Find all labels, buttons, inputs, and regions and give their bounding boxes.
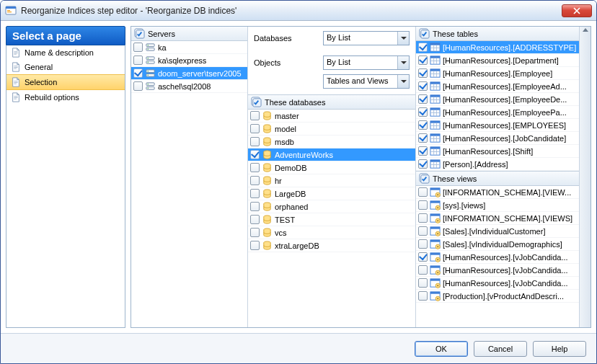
- database-row[interactable]: vcs: [248, 226, 415, 239]
- database-row[interactable]: AdventureWorks: [248, 148, 415, 161]
- checkbox[interactable]: [418, 213, 428, 223]
- table-row[interactable]: [HumanResources].[EmployeeAd...: [416, 80, 579, 93]
- checkbox[interactable]: [250, 163, 260, 172]
- databases-label: Databases: [254, 34, 319, 43]
- table-row[interactable]: [HumanResources].[Employee]: [416, 67, 579, 80]
- chevron-down-icon: [397, 32, 409, 45]
- checkbox[interactable]: [250, 137, 260, 146]
- checkbox[interactable]: [250, 150, 260, 159]
- objects-combo[interactable]: By List: [323, 56, 410, 70]
- item-label: [Person].[Address]: [443, 160, 508, 169]
- table-row[interactable]: [HumanResources].[JobCandidate]: [416, 132, 579, 145]
- checkbox[interactable]: [418, 81, 428, 91]
- ic-view-icon: [430, 239, 441, 249]
- right-main: These tables [HumanResources].[ADDRESSTY…: [416, 27, 579, 327]
- database-row[interactable]: LargeDB: [248, 187, 415, 200]
- checkbox[interactable]: [418, 187, 428, 197]
- ic-tbl-icon: [430, 68, 441, 79]
- checkbox[interactable]: [418, 226, 428, 236]
- item-label: LargeDB: [275, 190, 306, 198]
- view-row[interactable]: [HumanResources].[vJobCandida...: [416, 264, 579, 277]
- help-button[interactable]: Help: [533, 341, 586, 357]
- table-row[interactable]: [HumanResources].[EmployeePa...: [416, 106, 579, 119]
- checkbox[interactable]: [418, 265, 428, 275]
- checkbox[interactable]: [133, 43, 143, 52]
- titlebar[interactable]: Reorganize Indices step editor - 'Reorga…: [1, 1, 596, 21]
- view-row[interactable]: [HumanResources].[vJobCandida...: [416, 251, 579, 264]
- ic-tbl-icon: [430, 42, 441, 53]
- cancel-button[interactable]: Cancel: [474, 341, 527, 357]
- checkbox[interactable]: [418, 200, 428, 210]
- view-row[interactable]: [sys].[views]: [416, 199, 579, 212]
- item-label: [HumanResources].[vJobCandida...: [443, 266, 568, 275]
- checkbox[interactable]: [418, 43, 428, 52]
- database-row[interactable]: master: [248, 110, 415, 123]
- checkbox[interactable]: [250, 176, 260, 185]
- database-row[interactable]: DemoDB: [248, 161, 415, 174]
- view-row[interactable]: [INFORMATION_SCHEMA].[VIEW...: [416, 186, 579, 199]
- checkbox[interactable]: [250, 241, 260, 250]
- view-row[interactable]: [INFORMATION_SCHEMA].[VIEWS]: [416, 212, 579, 225]
- checkbox[interactable]: [418, 291, 428, 301]
- server-row[interactable]: ka: [131, 41, 247, 54]
- checkbox[interactable]: [418, 107, 428, 117]
- table-row[interactable]: [HumanResources].[Department]: [416, 54, 579, 67]
- database-row[interactable]: xtraLargeDB: [248, 239, 415, 252]
- checkbox[interactable]: [250, 189, 260, 198]
- check3-icon: [251, 97, 262, 107]
- close-button[interactable]: [562, 4, 592, 17]
- checkbox[interactable]: [418, 133, 428, 143]
- server-row[interactable]: aschel\sql2008: [131, 80, 247, 93]
- table-row[interactable]: [HumanResources].[EMPLOYEES]: [416, 119, 579, 132]
- checkbox[interactable]: [133, 81, 143, 91]
- checkbox[interactable]: [250, 124, 260, 133]
- checkbox[interactable]: [250, 215, 260, 224]
- checkbox[interactable]: [418, 56, 428, 65]
- checkbox[interactable]: [133, 56, 143, 65]
- checkbox[interactable]: [418, 278, 428, 288]
- checkbox[interactable]: [418, 146, 428, 156]
- view-row[interactable]: [Sales].[vIndividualDemographics]: [416, 238, 579, 251]
- database-row[interactable]: orphaned: [248, 200, 415, 213]
- ok-button[interactable]: OK: [415, 341, 468, 357]
- ic-db-icon: [262, 188, 273, 199]
- checkbox[interactable]: [250, 228, 260, 237]
- view-row[interactable]: [Sales].[vIndividualCustomer]: [416, 225, 579, 238]
- checkbox[interactable]: [133, 68, 143, 78]
- checkbox[interactable]: [418, 159, 428, 169]
- table-row[interactable]: [HumanResources].[EmployeeDe...: [416, 93, 579, 106]
- checkbox[interactable]: [250, 202, 260, 211]
- checkbox[interactable]: [418, 252, 428, 262]
- checkbox[interactable]: [250, 111, 260, 120]
- view-row[interactable]: [HumanResources].[vJobCandida...: [416, 277, 579, 290]
- database-row[interactable]: msdb: [248, 136, 415, 148]
- sidebar-item[interactable]: General: [6, 60, 125, 74]
- sidebar-item[interactable]: Name & description: [6, 45, 125, 60]
- item-label: ka: [158, 43, 167, 52]
- table-row[interactable]: [HumanResources].[Shift]: [416, 145, 579, 158]
- checkbox[interactable]: [418, 94, 428, 104]
- checkbox[interactable]: [418, 120, 428, 130]
- server-row[interactable]: doom_server\tserv2005: [131, 67, 247, 80]
- item-label: xtraLargeDB: [275, 241, 319, 250]
- object-type-row: Tables and Views: [248, 70, 415, 89]
- scrollbar[interactable]: [579, 27, 591, 327]
- table-row[interactable]: [Person].[Address]: [416, 158, 579, 171]
- ic-tbl-icon: [430, 159, 441, 169]
- databases-combo[interactable]: By List: [323, 31, 410, 45]
- checkbox[interactable]: [418, 68, 428, 78]
- view-row[interactable]: [Production].[vProductAndDescri...: [416, 290, 579, 303]
- servers-header: Servers: [131, 27, 247, 41]
- item-label: [HumanResources].[EmployeeAd...: [443, 82, 567, 91]
- object-type-combo[interactable]: Tables and Views: [323, 74, 410, 89]
- database-row[interactable]: hr: [248, 174, 415, 187]
- server-row[interactable]: ka\sqlexpress: [131, 54, 247, 67]
- tables-header-label: These tables: [433, 30, 478, 38]
- sidebar-item[interactable]: Selection: [6, 74, 125, 90]
- database-row[interactable]: model: [248, 123, 415, 136]
- checkbox[interactable]: [418, 239, 428, 249]
- database-row[interactable]: TEST: [248, 213, 415, 226]
- ic-view-icon: [430, 265, 441, 275]
- sidebar-item[interactable]: Rebuild options: [6, 90, 125, 105]
- table-row[interactable]: [HumanResources].[ADDRESSTYPE]: [416, 41, 579, 54]
